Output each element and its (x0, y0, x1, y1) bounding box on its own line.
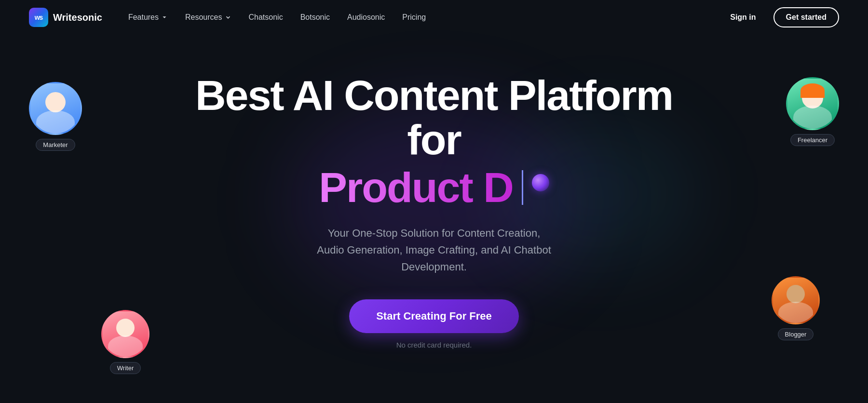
hero-description: Your One-Stop Solution for Content Creat… (285, 225, 583, 276)
chevron-down-icon (225, 14, 231, 21)
ai-orb (532, 174, 549, 191)
avatar-writer-image (101, 310, 149, 358)
hero-section: Best AI Content Platform for Product D Y… (0, 35, 868, 349)
nav-link-pricing[interactable]: Pricing (395, 9, 433, 26)
cta-button[interactable]: Start Creating For Free (349, 299, 519, 333)
avatar-body (793, 106, 832, 129)
navbar: ws Writesonic Features Resources Chatson… (0, 0, 868, 35)
avatar-blogger: Blogger (772, 276, 820, 340)
avatar-writer-label: Writer (110, 362, 141, 374)
avatar-body (108, 336, 143, 357)
nav-link-botsonic[interactable]: Botsonic (294, 9, 337, 26)
cursor-indicator (522, 170, 523, 205)
avatar-blogger-label: Blogger (778, 328, 814, 340)
cursor-bar (522, 170, 523, 205)
nav-links: Features Resources Chatsonic Botsonic Au… (122, 9, 433, 26)
avatar-marketer-label: Marketer (36, 139, 75, 151)
avatar-writer: Writer (101, 310, 149, 374)
chevron-down-icon (161, 14, 168, 21)
nav-left: ws Writesonic Features Resources Chatson… (29, 8, 433, 27)
nav-link-features[interactable]: Features (122, 9, 175, 26)
avatar-head (787, 285, 805, 303)
avatar-marketer-image (29, 82, 82, 135)
avatar-freelancer-label: Freelancer (790, 134, 835, 146)
get-started-button[interactable]: Get started (773, 7, 839, 27)
avatar-freelancer-image (786, 77, 839, 130)
nav-link-chatsonic[interactable]: Chatsonic (242, 9, 290, 26)
nav-link-audiosonic[interactable]: Audiosonic (340, 9, 392, 26)
nav-right: Sign in Get started (722, 7, 839, 27)
hero-title-line1: Best AI Content Platform for (169, 73, 699, 162)
hero-product-label: Product D (319, 164, 513, 211)
no-credit-text: No credit card required. (396, 341, 472, 349)
avatar-head (116, 319, 135, 337)
logo[interactable]: ws Writesonic (29, 8, 102, 27)
brand-name: Writesonic (53, 12, 102, 23)
sign-in-link[interactable]: Sign in (722, 9, 763, 26)
avatar-blogger-image (772, 276, 820, 324)
logo-icon: ws (29, 8, 48, 27)
avatar-body (778, 302, 813, 323)
avatar-head (45, 92, 66, 112)
avatar-freelancer: Freelancer (786, 77, 839, 146)
avatar-hair (800, 83, 825, 98)
avatar-marketer: Marketer (29, 82, 82, 151)
avatar-body (36, 110, 75, 134)
hero-subtitle: Product D (319, 164, 549, 211)
nav-link-resources[interactable]: Resources (178, 9, 238, 26)
